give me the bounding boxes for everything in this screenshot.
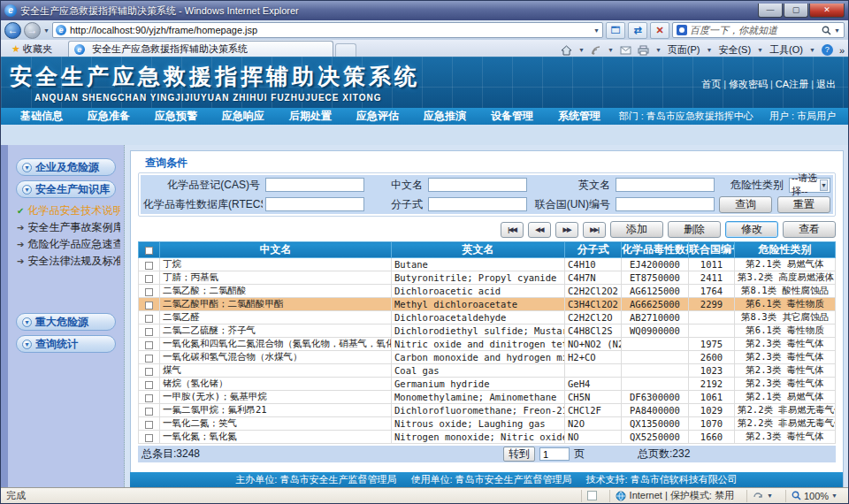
row-checkbox[interactable] — [145, 421, 153, 429]
top-link-4[interactable]: 退出 — [816, 79, 836, 89]
table-row[interactable]: 丁腈；丙基氰Butyronitrile; Propyl cyanideC4H7N… — [139, 271, 836, 285]
column-header[interactable]: 联合国编号 — [689, 242, 735, 258]
modify-button[interactable]: 修改 — [725, 221, 778, 238]
safety-caret[interactable]: ▼ — [757, 47, 763, 53]
close-button[interactable]: ✕ — [809, 4, 845, 18]
compatibility-view-button[interactable]: 🗔 — [606, 22, 625, 39]
table-row[interactable]: 一氧化二氮；笑气Nitrous oxide; Laughing gasN2OQX… — [139, 417, 836, 431]
goto-button[interactable]: 转到 — [503, 447, 535, 462]
forward-button[interactable]: → — [24, 22, 41, 39]
more-icon[interactable]: » — [839, 45, 845, 56]
sidebar-item[interactable]: ➔安全法律法规及标准库 — [17, 253, 120, 270]
back-button[interactable]: ← — [4, 22, 21, 39]
cn-name-input[interactable] — [428, 178, 527, 192]
table-row[interactable]: 一氧化氮；氧化氮Nitrogen monoxide; Nitric oxideN… — [139, 431, 836, 444]
table-row[interactable]: 煤气Coal gas1023第2.3类 毒性气体 — [139, 364, 836, 378]
row-checkbox[interactable] — [145, 262, 153, 270]
table-row[interactable]: 一氧化碳和氢气混合物（水煤气）Carbon monoxide and hydro… — [139, 351, 836, 364]
table-row[interactable]: 锗烷（氢化锗）Germanium hydrideGeH42192第2.3类 毒性… — [139, 378, 836, 391]
compat-caret[interactable]: ▼ — [767, 493, 773, 499]
row-checkbox[interactable] — [145, 408, 153, 416]
row-checkbox[interactable] — [145, 315, 153, 323]
row-checkbox[interactable] — [145, 288, 153, 296]
hazard-class-select[interactable]: --请选择--▼ — [789, 178, 830, 193]
table-row[interactable]: 二氯乙酸甲酯；二氯醋酸甲酯Methyl dichloroacetateC3H4C… — [139, 298, 836, 311]
page-number-input[interactable] — [539, 447, 570, 461]
nav-item-4[interactable]: 应急响应 — [210, 109, 277, 124]
active-tab[interactable]: e 安全生产应急救援指挥辅助决策系统 — [68, 41, 333, 57]
row-checkbox[interactable] — [145, 355, 153, 363]
home-caret[interactable]: ▼ — [578, 47, 585, 53]
sidebar-item[interactable]: ✔化学品安全技术说明书 — [17, 202, 120, 219]
search-icon[interactable] — [822, 26, 831, 35]
table-row[interactable]: 二氯乙酸；二氯醋酸Dichloroacetic acidC2H2Cl2O2AG6… — [139, 285, 836, 298]
table-row[interactable]: 一甲胺(无水)；氨基甲烷Monomethylamine; Aminomethan… — [139, 391, 836, 404]
search-input[interactable]: 百度一下，你就知道 — [690, 24, 819, 37]
row-checkbox[interactable] — [145, 434, 153, 442]
nav-item-9[interactable]: 系统管理 — [546, 109, 613, 124]
new-tab-button[interactable] — [335, 43, 356, 57]
row-checkbox[interactable] — [145, 302, 153, 309]
row-checkbox[interactable] — [145, 381, 153, 389]
select-caret-icon[interactable]: ▼ — [820, 179, 828, 191]
search-options-caret[interactable]: ▼ — [834, 27, 840, 34]
feeds-icon[interactable] — [591, 45, 601, 56]
help-icon[interactable]: ? — [822, 44, 833, 56]
tools-caret[interactable]: ▼ — [809, 47, 815, 53]
print-caret[interactable]: ▼ — [655, 47, 662, 53]
row-checkbox[interactable] — [145, 368, 153, 376]
prev-page-button[interactable]: ◀◀ — [528, 222, 551, 238]
feeds-caret[interactable]: ▼ — [608, 47, 614, 53]
menu-safety[interactable]: 安全(S) — [718, 43, 751, 57]
menu-page[interactable]: 页面(P) — [668, 43, 700, 57]
compatibility-icon[interactable] — [753, 491, 763, 501]
page-caret[interactable]: ▼ — [707, 47, 713, 53]
address-field[interactable]: e http://localhost:90/yjzh/frame/homepag… — [52, 22, 603, 38]
recent-pages-caret[interactable]: ▼ — [43, 27, 50, 34]
nav-item-7[interactable]: 应急推演 — [411, 109, 478, 124]
row-checkbox[interactable] — [145, 328, 153, 336]
nav-item-5[interactable]: 后期处置 — [277, 109, 344, 124]
column-header[interactable]: 化学品毒性数据... — [622, 242, 689, 258]
query-button[interactable]: 查询 — [719, 196, 772, 213]
nav-item-8[interactable]: 设备管理 — [478, 109, 546, 124]
favorites-button[interactable]: ★ 收藏夹 — [4, 42, 59, 57]
column-header[interactable]: 中文名 — [160, 242, 392, 258]
un-number-input[interactable] — [616, 197, 715, 211]
nav-item-2[interactable]: 应急准备 — [75, 109, 142, 124]
add-button[interactable]: 添加 — [610, 221, 663, 238]
home-icon[interactable] — [561, 45, 572, 56]
sidebar-item[interactable]: ➔安全生产事故案例库 — [17, 219, 120, 236]
row-checkbox[interactable] — [145, 341, 153, 349]
table-row[interactable]: 一氟二氯甲烷；氟利昂21Dichlorofluoromethane; Freon… — [139, 404, 836, 417]
top-link-1[interactable]: 首页 — [701, 79, 721, 89]
nav-item-6[interactable]: 应急评估 — [344, 109, 411, 124]
top-link-3[interactable]: CA注册 — [776, 79, 808, 89]
stop-button[interactable]: ✕ — [650, 22, 669, 39]
table-row[interactable]: 丁烷ButaneC4H10EJ42000001011第2.1类 易燃气体 — [139, 258, 836, 271]
sidebar-group-major-hazard[interactable]: ▼ 重大危险源 — [16, 313, 116, 331]
sidebar-group-knowledge[interactable]: ▼ 安全生产知识库 — [16, 180, 116, 198]
sidebar-group-enterprise[interactable]: ▼ 企业及危险源 — [16, 158, 116, 176]
reset-button[interactable]: 重置 — [777, 196, 830, 213]
column-header[interactable]: 分子式 — [565, 242, 622, 258]
sidebar-group-query-stats[interactable]: ▼ 查询统计 — [16, 335, 116, 353]
mail-icon[interactable] — [620, 46, 631, 55]
refresh-button[interactable]: ⇄ — [628, 22, 647, 39]
nav-item-3[interactable]: 应急预警 — [142, 109, 210, 124]
first-page-button[interactable]: |◀◀ — [501, 222, 524, 238]
column-header[interactable]: 危险性类别 — [735, 242, 836, 258]
nav-item-1[interactable]: 基础信息 — [8, 109, 75, 124]
table-row[interactable]: 一氧化氮和四氧化二氮混合物（氮氧化物，硝基气，氧化氮气体）Nitric oxid… — [139, 338, 836, 351]
last-page-button[interactable]: ▶▶| — [583, 222, 606, 238]
menu-tools[interactable]: 工具(O) — [769, 43, 803, 57]
sidebar-item[interactable]: ➔危险化学品应急速查手... — [17, 236, 120, 253]
print-icon[interactable] — [638, 45, 649, 56]
en-name-input[interactable] — [616, 178, 715, 192]
view-button[interactable]: 查看 — [783, 221, 836, 238]
rtecs-input[interactable] — [265, 197, 364, 211]
search-box[interactable]: 百度一下，你就知道 ▼ — [672, 22, 845, 38]
column-header[interactable]: 英文名 — [392, 242, 565, 258]
maximize-button[interactable]: ▢ — [784, 4, 808, 18]
minimize-button[interactable]: — — [758, 4, 783, 18]
